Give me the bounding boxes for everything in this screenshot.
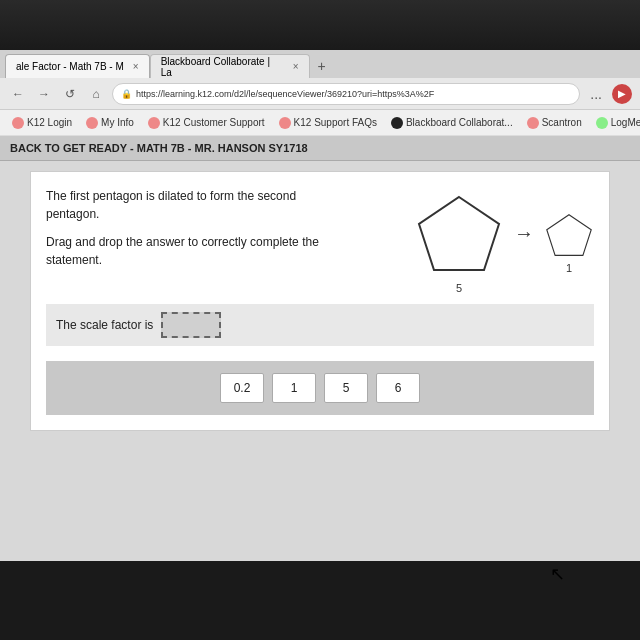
ssl-icon: 🔒 [121,89,132,99]
small-pentagon-wrapper: 1 [544,212,594,274]
page-header-text: BACK TO GET READY - MATH 7B - MR. HANSON… [10,142,308,154]
bookmark-scantron-label: Scantron [542,117,582,128]
pentagon-area: 5 → 1 [414,192,594,294]
bookmark-blackboard[interactable]: Blackboard Collaborat... [385,115,519,131]
bookmark-support-faqs-label: K12 Support FAQs [294,117,377,128]
tab-bar: ale Factor - Math 7B - M × Blackboard Co… [0,50,640,78]
choice-5[interactable]: 5 [324,373,368,403]
bookmark-k12login-label: K12 Login [27,117,72,128]
small-pentagon-label: 1 [566,262,572,274]
bookmark-myinfo[interactable]: My Info [80,115,140,131]
page-header[interactable]: BACK TO GET READY - MATH 7B - MR. HANSON… [0,136,640,161]
address-bar: ← → ↺ ⌂ 🔒 https://learning.k12.com/d2l/l… [0,78,640,110]
tab-label-blackboard: Blackboard Collaborate | La [161,56,284,78]
arrow-symbol: → [514,222,534,245]
cursor-icon: ↖ [550,563,565,585]
main-content: The first pentagon is dilated to form th… [0,161,640,561]
tab-close-blackboard[interactable]: × [293,61,299,72]
tab-close-active[interactable]: × [133,61,139,72]
back-button[interactable]: ← [8,84,28,104]
drop-zone[interactable] [161,312,221,338]
content-card: The first pentagon is dilated to form th… [30,171,610,431]
url-text: https://learning.k12.com/d2l/le/sequence… [136,89,434,99]
more-button[interactable]: ... [586,86,606,102]
new-tab-button[interactable]: + [310,54,334,78]
profile-icon[interactable]: ▶ [612,84,632,104]
browser-window: ale Factor - Math 7B - M × Blackboard Co… [0,50,640,561]
small-pentagon-svg [544,212,594,262]
choices-area: 0.2 1 5 6 [46,361,594,415]
svg-marker-0 [419,197,499,270]
bookmark-logme[interactable]: LogMe [590,115,640,131]
question-line1: The first pentagon is dilated to form th… [46,187,346,223]
forward-button[interactable]: → [34,84,54,104]
bookmark-scantron[interactable]: Scantron [521,115,588,131]
bezel-top [0,0,640,50]
home-button[interactable]: ⌂ [86,84,106,104]
scale-factor-row: The scale factor is [46,304,594,346]
choice-0.2[interactable]: 0.2 [220,373,264,403]
tab-label-active: ale Factor - Math 7B - M [16,61,124,72]
k12login-icon [12,117,24,129]
support-faqs-icon [279,117,291,129]
scantron-icon [527,117,539,129]
bookmark-logme-label: LogMe [611,117,640,128]
bookmark-support-faqs[interactable]: K12 Support FAQs [273,115,383,131]
bookmark-customer-support[interactable]: K12 Customer Support [142,115,271,131]
large-pentagon-svg [414,192,504,282]
bookmarks-bar: K12 Login My Info K12 Customer Support K… [0,110,640,136]
svg-marker-1 [547,215,591,256]
question-area: The first pentagon is dilated to form th… [46,187,404,279]
tab-active[interactable]: ale Factor - Math 7B - M × [5,54,150,78]
large-pentagon-label: 5 [456,282,462,294]
bookmark-customer-support-label: K12 Customer Support [163,117,265,128]
choice-6[interactable]: 6 [376,373,420,403]
bookmark-k12login[interactable]: K12 Login [6,115,78,131]
large-pentagon-wrapper: 5 [414,192,504,294]
refresh-button[interactable]: ↺ [60,84,80,104]
url-bar[interactable]: 🔒 https://learning.k12.com/d2l/le/sequen… [112,83,580,105]
logme-icon [596,117,608,129]
bookmark-blackboard-label: Blackboard Collaborat... [406,117,513,128]
myinfo-icon [86,117,98,129]
choice-1[interactable]: 1 [272,373,316,403]
instruction-text: Drag and drop the answer to correctly co… [46,233,346,269]
scale-factor-label: The scale factor is [56,318,153,332]
bookmark-myinfo-label: My Info [101,117,134,128]
customer-support-icon [148,117,160,129]
blackboard-icon [391,117,403,129]
tab-blackboard[interactable]: Blackboard Collaborate | La × [150,54,310,78]
